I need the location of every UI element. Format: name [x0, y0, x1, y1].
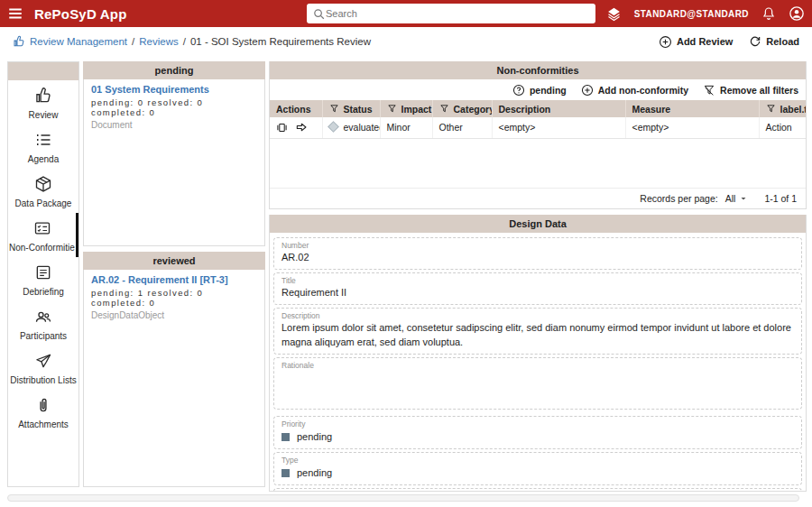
breadcrumb-link-review-management[interactable]: Review Management [30, 36, 127, 47]
sidebar-item-debriefing[interactable]: Debriefing [8, 257, 78, 301]
sidebar-item-agenda[interactable]: Agenda [8, 124, 78, 169]
non-conformities-header: Non-conformities [270, 61, 806, 79]
filter-off-icon [703, 84, 715, 97]
list-icon [34, 131, 52, 149]
field-type[interactable]: Type pending [273, 452, 802, 485]
sidebar-item-review[interactable]: Review [8, 80, 78, 124]
field-label: Priority [281, 419, 794, 429]
breadcrumb-separator: / [183, 36, 186, 47]
sidebar-item-distribution-lists[interactable]: Distribution Lists [8, 346, 78, 390]
send-icon [34, 352, 52, 370]
reload-icon [749, 35, 761, 48]
field-label: Number [281, 241, 794, 250]
column-header-category[interactable]: Category [432, 100, 492, 117]
pending-panel: pending 01 System Requirements pending: … [83, 61, 265, 246]
non-conformities-toolbar: pending Add non-conformity Remove all fi… [270, 79, 806, 100]
breadcrumb: Review Management / Reviews / 01 - SOI S… [13, 35, 371, 48]
pending-panel-header: pending [83, 61, 265, 79]
breadcrumb-current: 01 - SOI System Requirements Review [190, 36, 371, 47]
pending-item-type: Document [91, 120, 257, 130]
add-circle-icon[interactable] [578, 6, 594, 22]
column-header-impact[interactable]: Impact [380, 100, 432, 117]
filter-icon[interactable] [439, 104, 449, 114]
pagination-range: 1-1 of 1 [764, 193, 797, 204]
field-description[interactable]: Description Lorem ipsum dolor sit amet, … [273, 308, 802, 355]
sidebar-item-participants[interactable]: Participants [8, 301, 78, 346]
sidebar-item-non-conformities[interactable]: Non-Conformities [8, 213, 78, 257]
pending-help-button[interactable]: pending [512, 84, 567, 97]
filter-icon[interactable] [329, 104, 339, 114]
notifications-bell-icon[interactable] [761, 6, 776, 21]
pending-item-stats: pending: 0 resolved: 0 completed: 0 [91, 97, 257, 117]
sidebar-item-data-package[interactable]: Data Package [8, 169, 78, 213]
people-icon [34, 308, 52, 326]
reviewed-list-item[interactable]: AR.02 - Requirement II [RT-3] pending: 1… [91, 274, 257, 320]
field-rationale[interactable]: Rationale [273, 357, 802, 410]
breadcrumb-link-reviews[interactable]: Reviews [139, 36, 178, 47]
field-priority[interactable]: Priority pending [273, 416, 802, 449]
field-value: pending [297, 466, 332, 481]
breadcrumb-separator: / [132, 36, 134, 47]
thumb-up-icon [34, 87, 52, 105]
reviewed-panel: reviewed AR.02 - Requirement II [RT-3] p… [83, 252, 265, 487]
status-diamond-icon [328, 121, 339, 133]
user-account-label[interactable]: STANDARD@STANDARD [634, 9, 749, 19]
field-category[interactable]: Category pending [273, 488, 802, 491]
article-icon [34, 263, 52, 281]
search-icon [312, 7, 326, 21]
design-data-header: Design Data [270, 215, 806, 233]
account-circle-icon[interactable] [789, 5, 805, 22]
cell-category: Other [432, 117, 492, 138]
priority-color-swatch [281, 433, 290, 441]
layers-icon[interactable] [606, 6, 622, 22]
filter-icon[interactable] [766, 104, 776, 114]
pending-list-item[interactable]: 01 System Requirements pending: 0 resolv… [91, 84, 257, 130]
field-number[interactable]: Number AR.02 [273, 237, 802, 270]
search-box[interactable] [307, 4, 595, 23]
records-per-page-label: Records per page: [640, 193, 717, 204]
cell-description: <empty> [492, 117, 625, 138]
non-conformities-panel: Non-conformities pending Add non-conform… [269, 61, 807, 209]
horizontal-scrollbar[interactable] [7, 494, 799, 502]
table-row[interactable]: evaluated Minor Other <empty> <empty> Ac… [270, 117, 806, 138]
column-header-actions[interactable]: Actions [270, 100, 322, 117]
field-value: AR.02 [281, 251, 794, 265]
reviewed-item-type: DesignDataObject [91, 310, 257, 320]
filter-icon[interactable] [387, 104, 397, 114]
app-title: RePoSyD App [34, 6, 127, 22]
add-circle-icon [581, 84, 594, 97]
search-input[interactable] [326, 8, 590, 19]
open-arrow-icon[interactable] [295, 121, 308, 134]
design-data-panel: Design Data Number AR.02 Title Requireme… [269, 215, 807, 492]
type-color-swatch [281, 469, 290, 477]
add-non-conformity-button[interactable]: Add non-conformity [581, 84, 688, 97]
field-title[interactable]: Title Requirement II [273, 272, 802, 305]
column-header-description[interactable]: Description [492, 100, 625, 117]
sidebar-tabs: Review Agenda Data Package Non-Conformit… [7, 61, 79, 487]
column-header-status[interactable]: Status [322, 100, 380, 117]
reload-button[interactable]: Reload [749, 35, 799, 48]
reviewed-item-stats: pending: 1 resolved: 0 completed: 0 [91, 288, 257, 308]
cell-status: evaluated [322, 117, 380, 138]
app-header: RePoSyD App STANDARD@STANDARD [0, 0, 812, 27]
hamburger-menu-icon[interactable] [0, 5, 31, 22]
field-label: Description [281, 311, 794, 320]
field-value: Lorem ipsum dolor sit amet, consetetur s… [281, 321, 794, 350]
records-per-page-select[interactable]: All [725, 193, 749, 204]
pending-item-title[interactable]: 01 System Requirements [91, 84, 257, 95]
column-header-measure[interactable]: Measure [625, 100, 759, 117]
details-icon[interactable] [276, 122, 288, 134]
add-review-button[interactable]: Add Review [659, 35, 733, 49]
sidebar-item-attachments[interactable]: Attachments [8, 390, 78, 434]
field-label: Title [281, 276, 794, 285]
cell-impact: Minor [380, 117, 432, 138]
remove-all-filters-button[interactable]: Remove all filters [703, 84, 798, 97]
reviewed-item-title[interactable]: AR.02 - Requirement II [RT-3] [91, 274, 257, 285]
field-label: Type [281, 456, 794, 465]
column-header-type-of[interactable]: label.tpyeofr [759, 100, 806, 117]
field-label: Rationale [281, 361, 794, 370]
sidebar-header-strip [8, 62, 78, 80]
non-conformities-table: Actions Status Impact Category Descripti… [270, 100, 806, 139]
field-value: Requirement II [281, 286, 794, 300]
paperclip-icon [34, 396, 52, 414]
